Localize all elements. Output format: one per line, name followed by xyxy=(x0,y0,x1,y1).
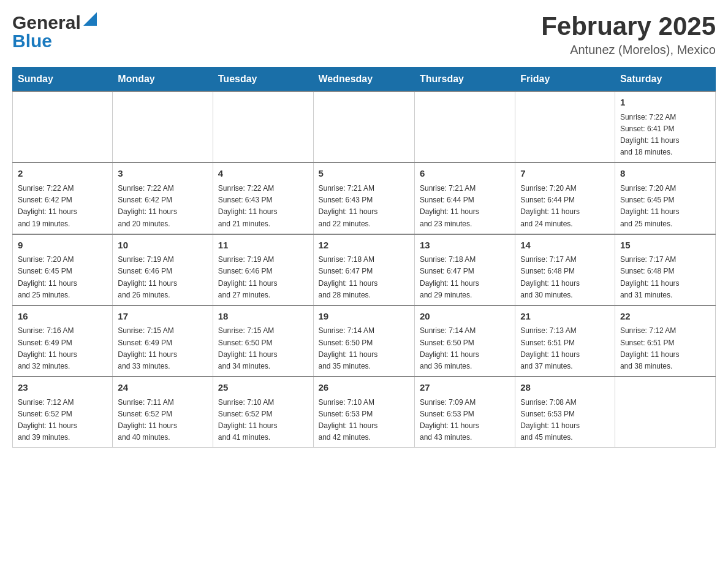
calendar-cell: 3Sunrise: 7:22 AMSunset: 6:42 PMDaylight… xyxy=(113,163,213,234)
day-info: Sunrise: 7:22 AMSunset: 6:43 PMDaylight:… xyxy=(218,184,278,228)
location: Antunez (Morelos), Mexico xyxy=(541,43,716,57)
day-number: 15 xyxy=(620,239,710,253)
calendar-cell: 20Sunrise: 7:14 AMSunset: 6:50 PMDayligh… xyxy=(414,305,515,377)
day-info: Sunrise: 7:10 AMSunset: 6:53 PMDaylight:… xyxy=(319,398,378,442)
day-info: Sunrise: 7:20 AMSunset: 6:45 PMDaylight:… xyxy=(620,184,680,228)
header-tuesday: Tuesday xyxy=(213,67,313,92)
calendar-cell: 12Sunrise: 7:18 AMSunset: 6:47 PMDayligh… xyxy=(313,234,414,305)
calendar-cell xyxy=(213,91,313,163)
calendar-cell xyxy=(615,377,715,448)
calendar-cell: 9Sunrise: 7:20 AMSunset: 6:45 PMDaylight… xyxy=(13,234,113,305)
calendar-cell: 14Sunrise: 7:17 AMSunset: 6:48 PMDayligh… xyxy=(515,234,615,305)
day-number: 25 xyxy=(218,381,308,395)
calendar-cell xyxy=(414,91,515,163)
logo-triangle-icon xyxy=(83,12,97,28)
day-info: Sunrise: 7:14 AMSunset: 6:50 PMDaylight:… xyxy=(319,326,378,370)
day-number: 11 xyxy=(218,239,308,253)
calendar-week-row: 1Sunrise: 7:22 AMSunset: 6:41 PMDaylight… xyxy=(13,91,716,163)
day-number: 8 xyxy=(620,167,710,181)
header-wednesday: Wednesday xyxy=(313,67,414,92)
day-number: 26 xyxy=(319,381,409,395)
day-number: 23 xyxy=(18,381,107,395)
day-info: Sunrise: 7:08 AMSunset: 6:53 PMDaylight:… xyxy=(520,398,580,442)
day-info: Sunrise: 7:17 AMSunset: 6:48 PMDaylight:… xyxy=(520,255,580,299)
day-number: 21 xyxy=(520,310,610,324)
day-info: Sunrise: 7:22 AMSunset: 6:41 PMDaylight:… xyxy=(620,113,680,157)
day-number: 6 xyxy=(420,167,510,181)
day-info: Sunrise: 7:14 AMSunset: 6:50 PMDaylight:… xyxy=(420,326,479,370)
calendar-header: Sunday Monday Tuesday Wednesday Thursday… xyxy=(13,67,716,92)
calendar-cell: 15Sunrise: 7:17 AMSunset: 6:48 PMDayligh… xyxy=(615,234,715,305)
day-info: Sunrise: 7:22 AMSunset: 6:42 PMDaylight:… xyxy=(118,184,177,228)
page-header: General Blue February 2025 Antunez (More… xyxy=(12,12,716,57)
logo: General Blue xyxy=(12,12,97,52)
day-number: 19 xyxy=(319,310,409,324)
day-info: Sunrise: 7:21 AMSunset: 6:43 PMDaylight:… xyxy=(319,184,378,228)
calendar-table: Sunday Monday Tuesday Wednesday Thursday… xyxy=(12,67,716,448)
header-monday: Monday xyxy=(113,67,213,92)
day-number: 4 xyxy=(218,167,308,181)
logo-general-text: General xyxy=(12,12,81,33)
calendar-cell xyxy=(313,91,414,163)
day-info: Sunrise: 7:18 AMSunset: 6:47 PMDaylight:… xyxy=(319,255,378,299)
calendar-cell: 10Sunrise: 7:19 AMSunset: 6:46 PMDayligh… xyxy=(113,234,213,305)
calendar-cell: 22Sunrise: 7:12 AMSunset: 6:51 PMDayligh… xyxy=(615,305,715,377)
calendar-cell: 19Sunrise: 7:14 AMSunset: 6:50 PMDayligh… xyxy=(313,305,414,377)
calendar-cell: 13Sunrise: 7:18 AMSunset: 6:47 PMDayligh… xyxy=(414,234,515,305)
calendar-cell: 2Sunrise: 7:22 AMSunset: 6:42 PMDaylight… xyxy=(13,163,113,234)
calendar-cell: 18Sunrise: 7:15 AMSunset: 6:50 PMDayligh… xyxy=(213,305,313,377)
calendar-cell: 23Sunrise: 7:12 AMSunset: 6:52 PMDayligh… xyxy=(13,377,113,448)
day-info: Sunrise: 7:15 AMSunset: 6:50 PMDaylight:… xyxy=(218,326,278,370)
day-number: 13 xyxy=(420,239,510,253)
calendar-week-row: 2Sunrise: 7:22 AMSunset: 6:42 PMDaylight… xyxy=(13,163,716,234)
calendar-body: 1Sunrise: 7:22 AMSunset: 6:41 PMDaylight… xyxy=(13,91,716,448)
calendar-cell: 25Sunrise: 7:10 AMSunset: 6:52 PMDayligh… xyxy=(213,377,313,448)
calendar-cell: 11Sunrise: 7:19 AMSunset: 6:46 PMDayligh… xyxy=(213,234,313,305)
day-info: Sunrise: 7:12 AMSunset: 6:51 PMDaylight:… xyxy=(620,326,680,370)
calendar-week-row: 9Sunrise: 7:20 AMSunset: 6:45 PMDaylight… xyxy=(13,234,716,305)
day-number: 1 xyxy=(620,96,710,110)
day-info: Sunrise: 7:10 AMSunset: 6:52 PMDaylight:… xyxy=(218,398,278,442)
calendar-cell xyxy=(515,91,615,163)
day-number: 20 xyxy=(420,310,510,324)
header-saturday: Saturday xyxy=(615,67,715,92)
day-number: 16 xyxy=(18,310,107,324)
day-info: Sunrise: 7:19 AMSunset: 6:46 PMDaylight:… xyxy=(118,255,177,299)
day-info: Sunrise: 7:18 AMSunset: 6:47 PMDaylight:… xyxy=(420,255,479,299)
day-number: 17 xyxy=(118,310,207,324)
day-info: Sunrise: 7:09 AMSunset: 6:53 PMDaylight:… xyxy=(420,398,479,442)
day-number: 3 xyxy=(118,167,207,181)
calendar-cell: 21Sunrise: 7:13 AMSunset: 6:51 PMDayligh… xyxy=(515,305,615,377)
day-info: Sunrise: 7:17 AMSunset: 6:48 PMDaylight:… xyxy=(620,255,680,299)
calendar-week-row: 23Sunrise: 7:12 AMSunset: 6:52 PMDayligh… xyxy=(13,377,716,448)
header-thursday: Thursday xyxy=(414,67,515,92)
day-number: 7 xyxy=(520,167,610,181)
calendar-cell: 17Sunrise: 7:15 AMSunset: 6:49 PMDayligh… xyxy=(113,305,213,377)
calendar-cell: 5Sunrise: 7:21 AMSunset: 6:43 PMDaylight… xyxy=(313,163,414,234)
header-sunday: Sunday xyxy=(13,67,113,92)
calendar-cell: 26Sunrise: 7:10 AMSunset: 6:53 PMDayligh… xyxy=(313,377,414,448)
day-number: 14 xyxy=(520,239,610,253)
day-number: 22 xyxy=(620,310,710,324)
title-section: February 2025 Antunez (Morelos), Mexico xyxy=(541,12,716,57)
day-number: 2 xyxy=(18,167,107,181)
day-info: Sunrise: 7:15 AMSunset: 6:49 PMDaylight:… xyxy=(118,326,177,370)
day-header-row: Sunday Monday Tuesday Wednesday Thursday… xyxy=(13,67,716,92)
calendar-cell: 27Sunrise: 7:09 AMSunset: 6:53 PMDayligh… xyxy=(414,377,515,448)
day-info: Sunrise: 7:19 AMSunset: 6:46 PMDaylight:… xyxy=(218,255,278,299)
day-number: 28 xyxy=(520,381,610,395)
day-number: 24 xyxy=(118,381,207,395)
day-info: Sunrise: 7:16 AMSunset: 6:49 PMDaylight:… xyxy=(18,326,77,370)
calendar-cell: 1Sunrise: 7:22 AMSunset: 6:41 PMDaylight… xyxy=(615,91,715,163)
day-number: 27 xyxy=(420,381,510,395)
day-info: Sunrise: 7:20 AMSunset: 6:44 PMDaylight:… xyxy=(520,184,580,228)
day-info: Sunrise: 7:21 AMSunset: 6:44 PMDaylight:… xyxy=(420,184,479,228)
svg-marker-0 xyxy=(83,12,97,26)
calendar-cell: 4Sunrise: 7:22 AMSunset: 6:43 PMDaylight… xyxy=(213,163,313,234)
day-info: Sunrise: 7:13 AMSunset: 6:51 PMDaylight:… xyxy=(520,326,580,370)
day-number: 9 xyxy=(18,239,107,253)
day-info: Sunrise: 7:20 AMSunset: 6:45 PMDaylight:… xyxy=(18,255,77,299)
calendar-week-row: 16Sunrise: 7:16 AMSunset: 6:49 PMDayligh… xyxy=(13,305,716,377)
calendar-cell: 16Sunrise: 7:16 AMSunset: 6:49 PMDayligh… xyxy=(13,305,113,377)
calendar-cell: 24Sunrise: 7:11 AMSunset: 6:52 PMDayligh… xyxy=(113,377,213,448)
